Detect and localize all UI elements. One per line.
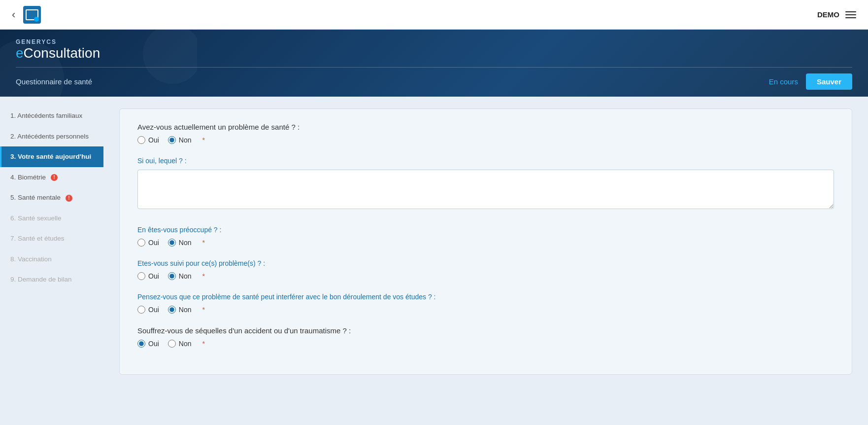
radio-non-q1[interactable]: Non	[168, 136, 192, 144]
header-right-actions: En cours Sauver	[769, 73, 852, 90]
radio-non-q4[interactable]: Non	[168, 306, 192, 314]
sidebar-item-sante-mentale[interactable]: 5. Santé mentale !	[0, 187, 103, 208]
textarea-q1-detail[interactable]	[137, 170, 834, 209]
title-e-letter: e	[16, 45, 24, 61]
logo-icon	[23, 6, 41, 24]
radio-label-non-q3: Non	[179, 272, 192, 280]
sidebar-item-label: 3. Votre santé aujourd'hui	[10, 153, 91, 160]
radio-non-q3[interactable]: Non	[168, 272, 192, 280]
question-block-q1: Avez-vous actuellement un problème de sa…	[137, 123, 834, 144]
radio-group-q4: Oui Non *	[137, 306, 834, 314]
radio-label-non-q1: Non	[179, 136, 192, 144]
radio-oui-q4[interactable]: Oui	[137, 306, 159, 314]
navbar-left: ‹	[12, 6, 41, 24]
sidebar-item-label: 8. Vaccination	[10, 255, 52, 263]
required-star-q3: *	[202, 272, 204, 280]
radio-input-oui-q4[interactable]	[137, 306, 145, 314]
radio-input-oui-q5[interactable]	[137, 340, 145, 348]
radio-non-q2[interactable]: Non	[168, 239, 192, 247]
required-star-q2: *	[202, 239, 204, 247]
question-label-q4: Pensez-vous que ce problème de santé peu…	[137, 293, 834, 301]
sidebar-item-label: 6. Santé sexuelle	[10, 214, 62, 222]
question-label-q3: Etes-vous suivi pour ce(s) problème(s) ?…	[137, 259, 834, 267]
navbar-right: DEMO	[817, 10, 856, 19]
radio-group-q2: Oui Non *	[137, 239, 834, 247]
sidebar-item-vaccination: 8. Vaccination	[0, 249, 103, 270]
page-title: eConsultation	[16, 45, 852, 61]
question-block-q5: Souffrez-vous de séquelles d'un accident…	[137, 326, 834, 348]
brand-name: GENERYCS	[16, 38, 852, 45]
radio-label-non-q5: Non	[179, 340, 192, 348]
question-block-q1-detail: Si oui, lequel ? :	[137, 157, 834, 213]
demo-label: DEMO	[817, 10, 839, 19]
radio-oui-q1[interactable]: Oui	[137, 136, 159, 144]
radio-input-oui-q2[interactable]	[137, 239, 145, 247]
sidebar-item-label: 1. Antécédents familiaux	[10, 112, 82, 119]
header-banner: GENERYCS eConsultation Questionnaire de …	[0, 30, 868, 97]
question-block-q3: Etes-vous suivi pour ce(s) problème(s) ?…	[137, 259, 834, 280]
radio-input-non-q4[interactable]	[168, 306, 176, 314]
alert-dot-sante-mentale: !	[66, 195, 72, 202]
sidebar-item-label: 4. Biométrie	[10, 174, 46, 181]
radio-oui-q2[interactable]: Oui	[137, 239, 159, 247]
sidebar-item-sante-sexuelle: 6. Santé sexuelle	[0, 208, 103, 229]
back-icon[interactable]: ‹	[12, 8, 15, 21]
question-label-q2: En êtes-vous préoccupé ? :	[137, 226, 834, 234]
radio-input-non-q5[interactable]	[168, 340, 176, 348]
form-card: Avez-vous actuellement un problème de sa…	[119, 108, 852, 375]
content-area: Avez-vous actuellement un problème de sa…	[103, 97, 868, 425]
question-block-q4: Pensez-vous que ce problème de santé peu…	[137, 293, 834, 314]
radio-input-non-q3[interactable]	[168, 272, 176, 280]
questionnaire-label: Questionnaire de santé	[16, 77, 92, 86]
question-block-q2: En êtes-vous préoccupé ? : Oui Non *	[137, 226, 834, 247]
radio-input-oui-q3[interactable]	[137, 272, 145, 280]
sidebar-item-sante-etudes: 7. Santé et études	[0, 228, 103, 249]
menu-icon[interactable]	[845, 11, 856, 18]
radio-group-q3: Oui Non *	[137, 272, 834, 280]
radio-label-oui-q3: Oui	[148, 272, 159, 280]
main-layout: 1. Antécédents familiaux 2. Antécédents …	[0, 97, 868, 425]
radio-group-q1: Oui Non *	[137, 136, 834, 144]
radio-label-non-q4: Non	[179, 306, 192, 314]
radio-label-oui-q1: Oui	[148, 136, 159, 144]
radio-label-oui-q5: Oui	[148, 340, 159, 348]
radio-oui-q5[interactable]: Oui	[137, 340, 159, 348]
navbar: ‹ DEMO	[0, 0, 868, 30]
required-star-q1: *	[202, 136, 204, 144]
radio-input-non-q2[interactable]	[168, 239, 176, 247]
alert-dot-biometrie: !	[51, 174, 58, 181]
status-badge: En cours	[769, 77, 798, 86]
sidebar-item-label: 5. Santé mentale	[10, 194, 61, 201]
required-star-q4: *	[202, 306, 204, 314]
question-label-q1: Avez-vous actuellement un problème de sa…	[137, 123, 834, 131]
required-star-q5: *	[202, 340, 204, 348]
sidebar-item-antecedents-personnels[interactable]: 2. Antécédents personnels	[0, 126, 103, 147]
sidebar-item-demande-bilan: 9. Demande de bilan	[0, 269, 103, 290]
sidebar-item-label: 2. Antécédents personnels	[10, 133, 89, 140]
sidebar: 1. Antécédents familiaux 2. Antécédents …	[0, 97, 103, 425]
question-label-q5: Souffrez-vous de séquelles d'un accident…	[137, 326, 834, 335]
sidebar-item-antecedents-familiaux[interactable]: 1. Antécédents familiaux	[0, 106, 103, 126]
save-button[interactable]: Sauver	[806, 73, 852, 90]
radio-label-oui-q4: Oui	[148, 306, 159, 314]
sidebar-item-biometrie[interactable]: 4. Biométrie !	[0, 167, 103, 188]
radio-oui-q3[interactable]: Oui	[137, 272, 159, 280]
radio-non-q5[interactable]: Non	[168, 340, 192, 348]
radio-label-oui-q2: Oui	[148, 239, 159, 247]
sidebar-item-label: 9. Demande de bilan	[10, 276, 72, 283]
radio-group-q5: Oui Non *	[137, 340, 834, 348]
title-suffix: Consultation	[24, 45, 100, 61]
header-actions: Questionnaire de santé En cours Sauver	[16, 68, 852, 97]
question-label-q1-detail: Si oui, lequel ? :	[137, 157, 834, 165]
radio-label-non-q2: Non	[179, 239, 192, 247]
radio-input-non-q1[interactable]	[168, 136, 176, 144]
sidebar-item-label: 7. Santé et études	[10, 235, 65, 242]
radio-input-oui-q1[interactable]	[137, 136, 145, 144]
sidebar-item-votre-sante[interactable]: 3. Votre santé aujourd'hui	[0, 146, 103, 167]
